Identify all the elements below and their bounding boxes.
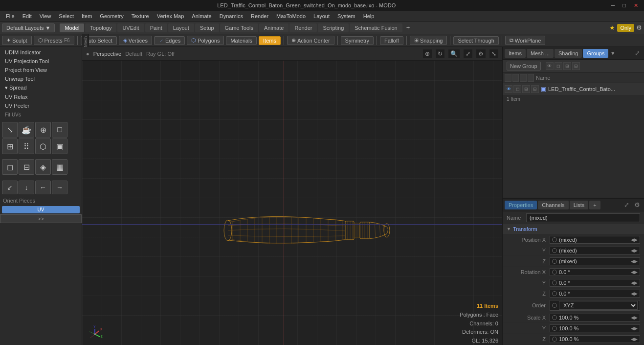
props-tab-properties[interactable]: Properties [505, 201, 537, 209]
menu-select[interactable]: Select [55, 12, 78, 20]
scale-z-dot[interactable] [552, 337, 557, 342]
udim-indicator-item[interactable]: UDIM Indicator [2, 48, 80, 57]
tab-render[interactable]: Render [289, 23, 317, 32]
tool-btn-4[interactable]: □ [52, 122, 67, 138]
presets-button[interactable]: ⬡ Presets F6 [34, 36, 74, 45]
rotation-x-field[interactable]: 0.0 ° ◀▶ [550, 268, 640, 276]
props-expand-icon[interactable]: ⤢ [622, 200, 631, 209]
tool-btn-5[interactable]: ⊞ [2, 138, 18, 154]
rotation-z-field[interactable]: 0.0 ° ◀▶ [550, 290, 640, 298]
close-button[interactable]: ✕ [632, 2, 640, 9]
item-eye-icon[interactable]: 👁 [505, 85, 512, 93]
rotation-y-field[interactable]: 0.0 ° ◀▶ [550, 279, 640, 287]
scale-z-arrow[interactable]: ◀▶ [631, 337, 638, 342]
action-center-button[interactable]: ⊕ Action Center [287, 36, 334, 45]
item-lock-icon[interactable]: ◻ [513, 85, 521, 93]
position-x-dot[interactable] [552, 237, 557, 242]
vertices-button[interactable]: ◈ Vertices [119, 36, 152, 45]
menu-view[interactable]: View [36, 12, 55, 20]
menu-dynamics[interactable]: Dynamics [216, 12, 247, 20]
group-icon-1[interactable]: 👁 [546, 62, 554, 70]
tab-paint[interactable]: Paint [145, 23, 167, 32]
rotation-y-dot[interactable] [552, 280, 557, 285]
menu-item[interactable]: Item [78, 12, 96, 20]
arrow-down[interactable]: ↓ [19, 181, 34, 194]
group-icon-2[interactable]: ◻ [555, 62, 562, 70]
tab-scripting[interactable]: Scripting [318, 23, 349, 32]
name-input[interactable] [526, 213, 640, 222]
tab-game-tools[interactable]: Game Tools [220, 23, 259, 32]
snapping-button[interactable]: ⊞ Snapping [410, 36, 447, 45]
panel-tab-shading[interactable]: Shading [555, 49, 582, 58]
order-select[interactable]: XYZ XZY YXZ [559, 301, 638, 310]
rotation-y-arrow[interactable]: ◀▶ [631, 280, 638, 285]
panel-expand-icon[interactable]: ⤢ [633, 48, 642, 58]
vp-fullscreen-button[interactable]: ⤡ [489, 49, 498, 58]
tool-btn-3[interactable]: ⊕ [35, 122, 51, 138]
menu-animate[interactable]: Animate [188, 12, 215, 20]
items-button[interactable]: Items [259, 36, 281, 45]
position-z-field[interactable]: (mixed) ◀▶ [550, 257, 640, 265]
menu-texture[interactable]: Texture [128, 12, 153, 20]
tool-btn-10[interactable]: ⊟ [19, 159, 34, 175]
scale-y-arrow[interactable]: ◀▶ [631, 326, 638, 331]
viewport-perspective-label[interactable]: Perspective [93, 51, 121, 57]
panel-tab-items[interactable]: Items [505, 49, 526, 58]
scale-x-arrow[interactable]: ◀▶ [631, 315, 638, 320]
arrow-down-left[interactable]: ↙ [2, 181, 18, 194]
arrow-left[interactable]: ← [35, 181, 51, 194]
menu-system[interactable]: System [333, 12, 359, 20]
tool-btn-11[interactable]: ◈ [35, 159, 51, 175]
tab-setup[interactable]: Setup [195, 23, 219, 32]
tab-schematic-fusion[interactable]: Schematic Fusion [350, 23, 402, 32]
position-z-dot[interactable] [552, 259, 557, 264]
add-tab-button[interactable]: + [403, 23, 413, 32]
tool-btn-8[interactable]: ▣ [52, 138, 67, 154]
maximize-button[interactable]: □ [621, 2, 628, 9]
menu-render[interactable]: Render [247, 12, 272, 20]
vp-expand-button[interactable]: ⤢ [464, 49, 472, 58]
edges-button[interactable]: ⟋ Edges [154, 36, 185, 45]
props-tab-lists[interactable]: Lists [570, 201, 589, 209]
position-x-field[interactable]: (mixed) ◀▶ [550, 236, 640, 244]
symmetry-button[interactable]: Symmetry [341, 36, 374, 45]
tab-layout[interactable]: Layout [168, 23, 194, 32]
col-icon-vis[interactable] [520, 74, 527, 82]
menu-edit[interactable]: Edit [19, 12, 36, 20]
position-y-arrow[interactable]: ◀▶ [631, 248, 638, 253]
menu-help[interactable]: Help [359, 12, 378, 20]
fit-uvs-item[interactable]: Fit UVs [2, 110, 80, 119]
tab-uvedit[interactable]: UVEdit [117, 23, 144, 32]
props-tab-add[interactable]: + [589, 201, 600, 209]
panel-tab-groups[interactable]: Groups [583, 49, 608, 58]
menu-file[interactable]: File [2, 12, 19, 20]
menu-layout[interactable]: Layout [310, 12, 333, 20]
item-render-icon[interactable]: ⊟ [531, 85, 539, 93]
arrow-right[interactable]: → [52, 181, 67, 194]
uv-projection-item[interactable]: UV Projection Tool [2, 57, 80, 66]
vp-zoom-button[interactable]: 🔍 [448, 49, 460, 58]
order-field[interactable]: XYZ XZY YXZ [550, 300, 640, 311]
tool-btn-1[interactable]: ⤡ [2, 122, 18, 138]
tab-model[interactable]: Model [60, 23, 84, 32]
position-y-dot[interactable] [552, 248, 557, 253]
tool-btn-7[interactable]: ⬡ [35, 138, 51, 154]
viewport-canvas[interactable]: .wire { stroke: #e6a020; stroke-width: 0… [82, 61, 502, 345]
tool-btn-6[interactable]: ⠿ [19, 138, 34, 154]
group-icon-3[interactable]: ⊞ [563, 62, 571, 70]
tool-btn-12[interactable]: ▦ [52, 159, 67, 175]
position-y-field[interactable]: (mixed) ◀▶ [550, 247, 640, 254]
vp-orbit-button[interactable]: ⊕ [423, 49, 432, 58]
scale-x-field[interactable]: 100.0 % ◀▶ [550, 314, 640, 322]
more-button[interactable]: >> [0, 214, 82, 223]
scale-y-dot[interactable] [552, 326, 557, 331]
workplane-button[interactable]: ⧉ WorkPlane [505, 36, 546, 45]
rotation-z-arrow[interactable]: ◀▶ [631, 291, 638, 296]
new-group-button[interactable]: New Group [507, 62, 541, 70]
rotation-z-dot[interactable] [552, 291, 557, 296]
polygons-button[interactable]: ⬡ Polygons [187, 36, 224, 45]
sculpt-button[interactable]: ✦ Sculpt [2, 36, 32, 45]
tab-topology[interactable]: Topology [85, 23, 116, 32]
position-z-arrow[interactable]: ◀▶ [631, 259, 638, 264]
settings-icon[interactable]: ⚙ [636, 24, 642, 31]
